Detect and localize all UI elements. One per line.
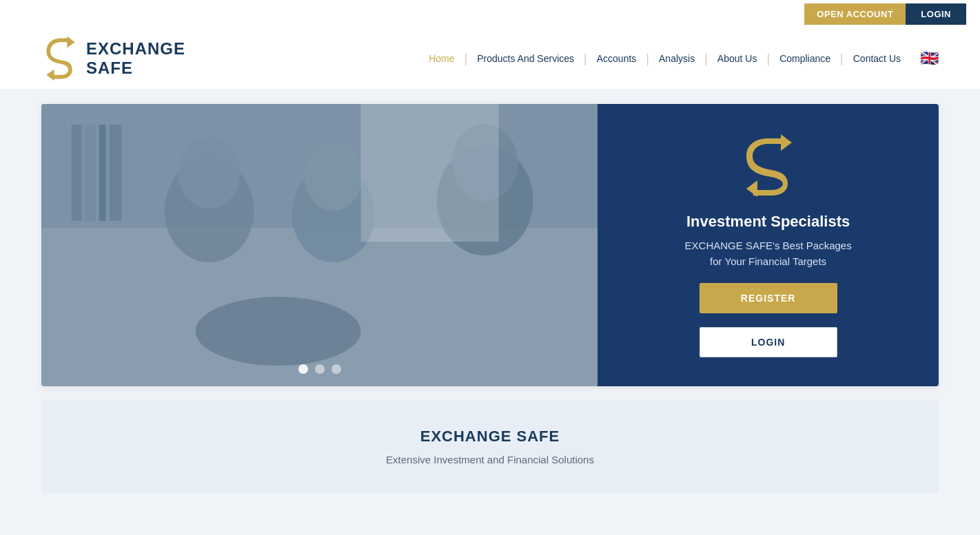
hero-background-svg — [41, 104, 598, 386]
header: EXCHANGE SAFE Home | Products And Servic… — [0, 28, 980, 90]
nav-home[interactable]: Home — [419, 53, 464, 64]
svg-marker-1 — [46, 69, 54, 81]
svg-marker-0 — [67, 36, 74, 48]
hero-subtitle: EXCHANGE SAFE's Best Packagesfor Your Fi… — [685, 238, 852, 269]
nav-compliance[interactable]: Compliance — [770, 53, 840, 64]
svg-rect-16 — [361, 104, 499, 242]
hero-logo-icon — [741, 133, 796, 198]
svg-rect-15 — [41, 104, 598, 386]
register-button[interactable]: REGISTER — [700, 283, 837, 313]
svg-marker-18 — [746, 180, 757, 197]
logo-text: EXCHANGE SAFE — [86, 39, 185, 77]
open-account-button[interactable]: OPEN ACCOUNT — [804, 3, 906, 25]
main-nav: Home | Products And Services | Accounts … — [419, 50, 939, 67]
hero-dot-2[interactable] — [315, 364, 325, 374]
info-subtitle: Extensive Investment and Financial Solut… — [55, 454, 925, 465]
logo[interactable]: EXCHANGE SAFE — [41, 34, 185, 83]
nav-products-and-services[interactable]: Products And Services — [467, 53, 584, 64]
hero-dot-3[interactable] — [331, 364, 341, 374]
hero-section: Investment Specialists EXCHANGE SAFE's B… — [41, 104, 939, 386]
nav-contact-us[interactable]: Contact Us — [844, 53, 910, 64]
hero-title: Investment Specialists — [686, 212, 850, 232]
language-flag-icon[interactable]: 🇬🇧 — [920, 50, 939, 67]
nav-analysis[interactable]: Analysis — [649, 53, 704, 64]
nav-accounts[interactable]: Accounts — [587, 53, 646, 64]
hero-login-button[interactable]: LOGIN — [700, 327, 837, 357]
hero-dot-1[interactable] — [298, 364, 308, 374]
logo-icon — [41, 34, 79, 83]
hero-image — [41, 104, 598, 386]
top-bar: OPEN ACCOUNT LOGIN — [0, 0, 980, 28]
svg-marker-17 — [781, 134, 792, 151]
hero-dots — [298, 364, 341, 374]
info-title: EXCHANGE SAFE — [55, 428, 925, 445]
top-login-button[interactable]: LOGIN — [906, 3, 966, 25]
nav-about-us[interactable]: About Us — [708, 53, 767, 64]
hero-info: Investment Specialists EXCHANGE SAFE's B… — [598, 104, 939, 386]
info-section: EXCHANGE SAFE Extensive Investment and F… — [41, 400, 939, 493]
